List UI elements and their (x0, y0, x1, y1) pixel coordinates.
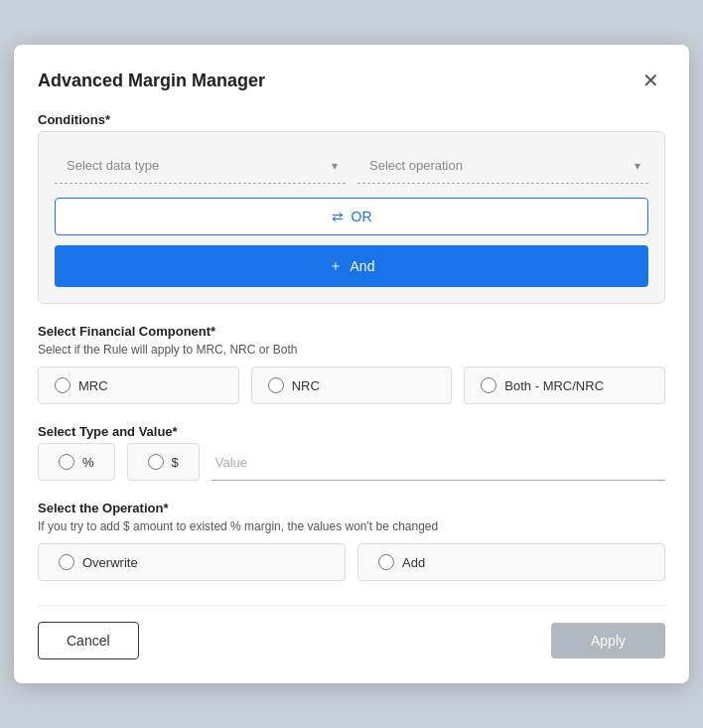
conditions-label: Conditions* (38, 112, 665, 127)
radio-add[interactable]: Add (357, 543, 665, 581)
apply-button[interactable]: Apply (551, 623, 665, 658)
modal-title: Advanced Margin Manager (38, 71, 265, 91)
type-value-section: Select Type and Value* % $ (38, 424, 665, 481)
type-percent-input[interactable] (59, 454, 74, 470)
operation-sub: If you try to add $ amount to existed % … (38, 519, 665, 533)
financial-component-section: Select Financial Component* Select if th… (38, 324, 665, 404)
dropdowns-row: Select data type ▾ Select operation ▾ (55, 148, 648, 184)
radio-add-input[interactable] (378, 554, 394, 570)
operation-label: Select the Operation* (38, 501, 665, 515)
radio-mrc-input[interactable] (55, 377, 70, 393)
data-type-dropdown-wrapper: Select data type ▾ (55, 148, 346, 184)
conditions-box: Select data type ▾ Select operation ▾ ⇄ (38, 131, 665, 304)
modal-footer: Cancel Apply (38, 605, 665, 659)
data-type-select[interactable]: Select data type (55, 148, 346, 184)
operation-section: Select the Operation* If you try to add … (38, 501, 665, 581)
type-dollar-label: $ (172, 455, 179, 470)
radio-add-label: Add (402, 555, 425, 570)
radio-both-label: Both - MRC/NRC (504, 378, 604, 393)
type-value-row: % $ (38, 443, 665, 481)
modal-overlay: Advanced Margin Manager ✕ Conditions* Se… (0, 0, 703, 728)
radio-overwrite[interactable]: Overwrite (38, 543, 346, 581)
and-button[interactable]: ＋ And (55, 245, 648, 287)
value-input-wrapper (211, 445, 665, 481)
cancel-button[interactable]: Cancel (38, 622, 139, 659)
radio-overwrite-input[interactable] (59, 554, 74, 570)
radio-both[interactable]: Both - MRC/NRC (464, 366, 665, 404)
radio-nrc[interactable]: NRC (251, 366, 453, 404)
type-percent-label: % (82, 455, 94, 470)
radio-nrc-input[interactable] (268, 377, 284, 393)
financial-component-sub: Select if the Rule will apply to MRC, NR… (38, 343, 665, 357)
operation-select[interactable]: Select operation (357, 148, 648, 184)
type-dollar-input[interactable] (148, 454, 164, 470)
close-button[interactable]: ✕ (636, 69, 665, 92)
financial-component-label: Select Financial Component* (38, 324, 665, 339)
modal-header: Advanced Margin Manager ✕ (38, 69, 665, 92)
financial-component-radio-group: MRC NRC Both - MRC/NRC (38, 366, 665, 404)
type-percent[interactable]: % (38, 443, 115, 481)
and-label: And (351, 258, 375, 274)
arrows-icon: ⇄ (332, 209, 344, 224)
value-input[interactable] (211, 445, 665, 481)
radio-mrc-label: MRC (78, 378, 108, 393)
type-value-label: Select Type and Value* (38, 424, 665, 439)
conditions-section: Conditions* Select data type ▾ Select op… (38, 112, 665, 304)
plus-icon: ＋ (329, 257, 343, 275)
or-label: OR (352, 209, 372, 224)
radio-overwrite-label: Overwrite (82, 555, 138, 570)
radio-both-input[interactable] (481, 377, 496, 393)
modal-dialog: Advanced Margin Manager ✕ Conditions* Se… (14, 45, 689, 683)
or-button[interactable]: ⇄ OR (55, 198, 648, 235)
operation-radio-group: Overwrite Add (38, 543, 665, 581)
operation-dropdown-wrapper: Select operation ▾ (357, 148, 648, 184)
radio-nrc-label: NRC (292, 378, 320, 393)
type-dollar[interactable]: $ (127, 443, 200, 481)
radio-mrc[interactable]: MRC (38, 366, 239, 404)
